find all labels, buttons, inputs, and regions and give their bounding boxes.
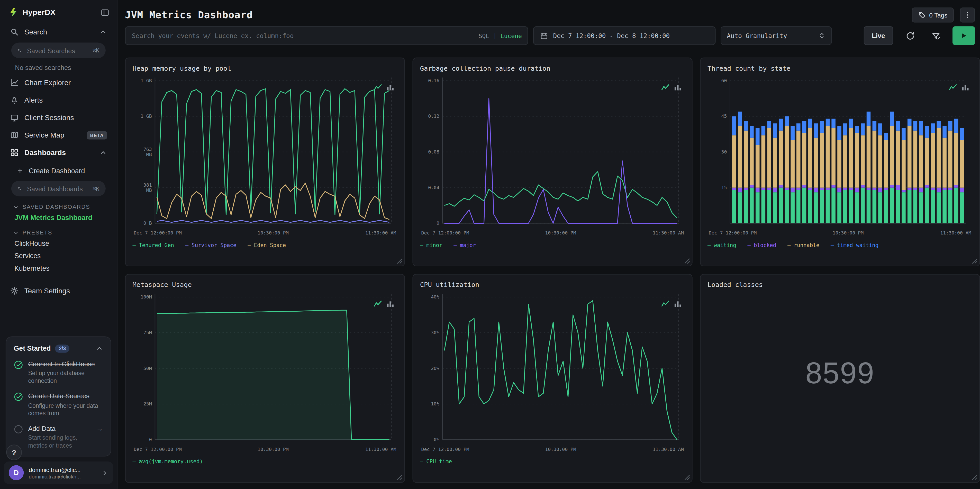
sidebar-item-jvm-dashboard[interactable]: JVM Metrics Dashboard (5, 211, 112, 224)
collapse-sidebar-icon[interactable] (100, 8, 109, 16)
panel-title[interactable]: Garbage collection pause duration (420, 65, 685, 72)
panel-chart[interactable]: 40%30%20%10%0%Dec 7 12:00:00 PM10:30:00 … (420, 290, 685, 456)
legend-dash: — (788, 242, 791, 248)
sidebar-item-team-settings[interactable]: Team Settings (5, 282, 112, 299)
chevron-up-icon[interactable] (95, 344, 103, 352)
saved-searches-field[interactable] (26, 46, 88, 55)
sidebar-item-dashboards[interactable]: Dashboards (5, 144, 112, 161)
presets-section[interactable]: PRESETS (5, 224, 112, 237)
sidebar-item-client-sessions[interactable]: Client Sessions (5, 109, 112, 126)
help-button[interactable]: ? (6, 444, 22, 460)
saved-dashboards-field[interactable] (26, 184, 88, 193)
get-started-step-1[interactable]: Connect to ClickHouse Set up your databa… (14, 360, 103, 385)
panel-title[interactable]: Thread count by state (708, 65, 972, 72)
panel-chart[interactable]: 60453015Dec 7 12:00:00 PM10:30:00 PM11:3… (708, 73, 972, 240)
line-chart-icon[interactable] (949, 83, 957, 91)
sidebar-item-alerts[interactable]: Alerts (5, 91, 112, 109)
panel-chart[interactable]: 100M75M50M25M0Dec 7 12:00:00 PM10:30:00 … (132, 290, 398, 456)
get-started-step-2[interactable]: Create Data Sources Configure where your… (14, 392, 103, 417)
beta-badge: BETA (87, 131, 107, 139)
bar-chart-icon[interactable] (386, 299, 395, 308)
legend-item[interactable]: —minor (420, 242, 442, 248)
sidebar-item-search[interactable]: Search (5, 23, 112, 41)
more-options-button[interactable] (960, 8, 975, 22)
panels-grid: Heap memory usage by pool 1 GB1 GB763MB3… (125, 57, 980, 483)
legend-item[interactable]: —runnable (788, 242, 819, 248)
legend-item[interactable]: —major (453, 242, 476, 248)
live-button[interactable]: Live (864, 26, 893, 45)
sidebar-item-service-map[interactable]: Service Map BETA (5, 126, 112, 144)
bar-chart-icon[interactable] (386, 83, 395, 91)
saved-searches-input[interactable]: ⌘K (11, 42, 106, 58)
bar-chart-icon[interactable] (961, 83, 969, 91)
kebab-icon (964, 11, 971, 19)
sidebar-item-kubernetes[interactable]: Kubernetes (5, 262, 112, 275)
panel-chart[interactable]: 8599 (708, 290, 972, 456)
panel-chart[interactable]: 1 GB1 GB763MB381MB0 BDec 7 12:00:00 PM10… (132, 73, 398, 240)
sidebar-item-chart-explorer[interactable]: Chart Explorer (5, 74, 112, 91)
get-started-title: Get Started (14, 344, 51, 352)
resize-handle-icon[interactable] (396, 258, 402, 264)
line-chart-icon[interactable] (374, 83, 382, 91)
legend-item[interactable]: —waiting (708, 242, 736, 248)
sidebar-item-label: Chart Explorer (24, 79, 107, 86)
panel-title[interactable]: CPU utilization (420, 281, 685, 288)
event-search-input[interactable] (125, 26, 528, 45)
bar-chart-icon[interactable] (674, 83, 682, 91)
get-started-step-3[interactable]: Add Data Start sending logs, metrics or … (14, 425, 103, 450)
user-menu[interactable]: D dominic.tran@clic... dominic.tran@clic… (4, 462, 113, 484)
svg-text:10:30:00 PM: 10:30:00 PM (545, 230, 576, 236)
kbd-shortcut: ⌘K (92, 185, 99, 191)
legend-item[interactable]: —Tenured Gen (132, 242, 174, 248)
saved-dashboards-section[interactable]: SAVED DASHBOARDS (5, 198, 112, 211)
resize-handle-icon[interactable] (396, 474, 402, 480)
step-title: Add Data (28, 425, 89, 433)
svg-text:45: 45 (721, 113, 727, 119)
legend-item[interactable]: —Eden Space (248, 242, 286, 248)
calendar-icon (540, 32, 548, 40)
hyperdx-logo-icon (9, 8, 18, 17)
legend-dash: — (185, 242, 188, 248)
sidebar-item-services[interactable]: Services (5, 249, 112, 262)
legend-item[interactable]: —Survivor Space (185, 242, 237, 248)
avatar: D (9, 465, 24, 480)
legend-item[interactable]: —timed_waiting (830, 242, 878, 248)
saved-dashboards-input[interactable]: ⌘K (11, 181, 106, 196)
dashboard-panel: Loaded classes 8599 (700, 274, 980, 483)
bar-chart-icon[interactable] (674, 299, 682, 308)
create-dashboard-button[interactable]: Create Dashboard (10, 162, 107, 179)
resize-handle-icon[interactable] (971, 474, 977, 480)
legend-item[interactable]: —avg(jvm.memory.used) (132, 459, 202, 465)
svg-text:1 GB: 1 GB (141, 113, 152, 119)
resize-handle-icon[interactable] (684, 474, 690, 480)
sidebar-item-clickhouse[interactable]: ClickHouse (5, 237, 112, 250)
search-icon (18, 185, 21, 192)
chevron-up-icon (100, 149, 107, 156)
sidebar-item-label: Team Settings (24, 287, 107, 295)
tags-label: 0 Tags (929, 11, 947, 19)
svg-text:0 B: 0 B (143, 220, 152, 226)
run-query-button[interactable] (953, 26, 975, 45)
legend-item[interactable]: —CPU time (420, 459, 452, 465)
lucene-toggle[interactable]: Lucene (501, 32, 522, 39)
resize-handle-icon[interactable] (684, 258, 690, 264)
sql-toggle[interactable]: SQL (479, 32, 490, 39)
refresh-button[interactable] (901, 27, 919, 45)
line-chart-icon[interactable] (661, 299, 670, 308)
time-range-picker[interactable]: Dec 7 12:00:00 - Dec 8 12:00:00 (533, 26, 716, 45)
granularity-select[interactable]: Auto Granularity (721, 26, 832, 45)
resize-handle-icon[interactable] (971, 258, 977, 264)
granularity-value: Auto Granularity (727, 32, 787, 39)
chevron-right-icon (101, 469, 108, 476)
panel-title[interactable]: Heap memory usage by pool (132, 65, 398, 72)
panel-title[interactable]: Loaded classes (708, 281, 972, 288)
legend-item[interactable]: —blocked (747, 242, 776, 248)
dashboard-panel: Garbage collection pause duration 0.160.… (413, 57, 692, 266)
svg-text:0.16: 0.16 (428, 78, 439, 83)
tags-button[interactable]: 0 Tags (912, 8, 954, 22)
filter-button[interactable] (927, 27, 944, 45)
panel-chart[interactable]: 0.160.120.080.040Dec 7 12:00:00 PM10:30:… (420, 73, 685, 240)
line-chart-icon[interactable] (374, 299, 382, 308)
panel-title[interactable]: Metaspace Usage (132, 281, 398, 288)
line-chart-icon[interactable] (661, 83, 670, 91)
